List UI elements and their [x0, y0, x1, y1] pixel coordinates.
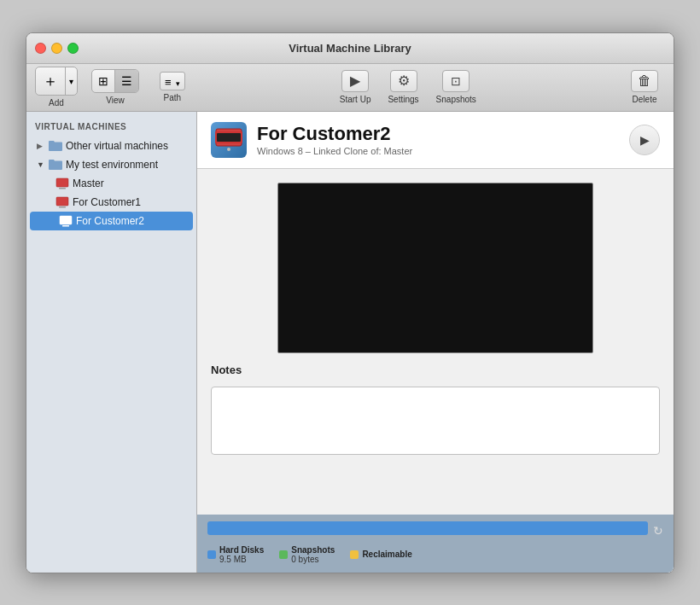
detail-pane: For Customer2 Windows 8 – Linked Clone o…: [197, 112, 674, 573]
window-title: Virtual Machine Library: [289, 42, 411, 55]
settings-button[interactable]: ⚙ Settings: [381, 67, 425, 108]
trash-icon: 🗑: [631, 70, 658, 92]
add-label: Add: [49, 98, 64, 108]
svg-rect-4: [60, 216, 72, 224]
sidebar-item-other-vms-label: Other virtual machines: [66, 140, 190, 152]
sidebar-item-customer1-label: For Customer1: [73, 196, 190, 208]
vm-icon-customer2: [59, 214, 73, 228]
plus-icon: ＋: [43, 73, 58, 90]
sidebar-section-header: Virtual Machines: [26, 119, 196, 137]
sidebar-item-other-vms[interactable]: ▶ Other virtual machines: [26, 137, 196, 155]
path-dropdown-icon: ▾: [176, 79, 180, 88]
hard-disks-value: 9.5 MB: [219, 555, 264, 564]
settings-icon: ⚙: [390, 70, 417, 92]
vm-icon-customer1: [55, 195, 69, 209]
vm-screenshot-area: Notes: [197, 169, 674, 515]
snapshots-text: Snapshots 0 bytes: [291, 545, 335, 564]
reclaimable-dot: [350, 550, 359, 559]
reclaimable-label: Reclaimable: [362, 550, 411, 559]
folder-icon-other-vms: [49, 139, 62, 153]
hard-disks-dot: [207, 550, 216, 559]
view-label: View: [106, 96, 125, 105]
path-button[interactable]: ≡ ▾ Path: [153, 68, 192, 106]
legend-reclaimable: Reclaimable: [350, 545, 411, 564]
maximize-button[interactable]: [67, 43, 79, 54]
chevron-down-icon: ▾: [69, 77, 73, 86]
add-split-button[interactable]: ＋ ▾: [35, 67, 78, 96]
svg-rect-1: [59, 188, 66, 189]
startup-label: Start Up: [340, 95, 371, 104]
delete-label: Delete: [633, 95, 657, 104]
sidebar-item-customer1[interactable]: ▶ For Customer1: [26, 193, 196, 212]
storage-legend: Hard Disks 9.5 MB Snapshots 0 bytes: [207, 545, 663, 564]
vm-icon-master: [55, 177, 69, 190]
vm-screenshot: [277, 183, 593, 353]
add-button-group: ＋ ▾ Add: [35, 67, 78, 108]
vm-play-button[interactable]: ▶: [629, 125, 660, 155]
grid-view-icon[interactable]: ⊞: [92, 70, 115, 92]
vm-subtitle: Windows 8 – Linked Clone of: Master: [257, 146, 619, 156]
notes-label: Notes: [211, 364, 660, 376]
storage-bar: [207, 521, 648, 535]
snapshots-icon: ⊡: [442, 70, 470, 92]
play-icon: ▶: [341, 70, 369, 92]
path-lines-icon: ≡: [165, 76, 172, 89]
hard-disks-label: Hard Disks: [219, 545, 264, 555]
svg-rect-3: [59, 207, 66, 208]
path-icon: ≡ ▾: [160, 72, 185, 90]
sidebar-item-master-label: Master: [73, 177, 190, 189]
legend-hard-disks: Hard Disks 9.5 MB: [207, 545, 264, 564]
close-button[interactable]: [35, 43, 46, 54]
disclosure-icon-other-vms: ▶: [37, 142, 45, 150]
svg-rect-8: [217, 133, 241, 142]
folder-icon-my-test-env: [49, 158, 62, 172]
add-main-button[interactable]: ＋: [36, 67, 66, 95]
main-window: Virtual Machine Library ＋ ▾ Add ⊞ ☰ View: [26, 32, 674, 573]
sidebar: Virtual Machines ▶ Other virtual machine…: [26, 112, 197, 573]
sidebar-item-master[interactable]: ▶ Master: [26, 174, 196, 193]
window-controls: [35, 43, 79, 54]
svg-rect-0: [56, 178, 68, 187]
minimize-button[interactable]: [51, 43, 62, 54]
refresh-button[interactable]: ↻: [653, 523, 663, 538]
snapshots-button[interactable]: ⊡ Snapshots: [429, 67, 483, 108]
snapshots-label: Snapshots: [436, 95, 476, 104]
disclosure-icon-my-test-env: ▼: [37, 160, 45, 169]
svg-rect-5: [62, 225, 69, 227]
sidebar-item-my-test-env[interactable]: ▼ My test environment: [26, 155, 196, 174]
sidebar-item-my-test-env-label: My test environment: [66, 159, 190, 171]
snapshots-legend-value: 0 bytes: [291, 555, 335, 564]
vm-icon-detail: [211, 122, 247, 158]
main-content: Virtual Machines ▶ Other virtual machine…: [26, 112, 674, 573]
path-label: Path: [164, 93, 182, 102]
sidebar-item-customer2-label: For Customer2: [76, 215, 186, 227]
startup-button[interactable]: ▶ Start Up: [333, 67, 378, 108]
add-dropdown-button[interactable]: ▾: [66, 73, 77, 90]
snapshots-legend-label: Snapshots: [291, 545, 335, 555]
storage-bar-area: ↻ Hard Disks 9.5 MB Snapshots: [197, 515, 674, 573]
settings-label: Settings: [388, 95, 418, 104]
vm-title-area: For Customer2 Windows 8 – Linked Clone o…: [257, 123, 619, 156]
sidebar-item-customer2[interactable]: ▶ For Customer2: [30, 212, 193, 230]
list-view-icon[interactable]: ☰: [115, 70, 138, 92]
toolbar: ＋ ▾ Add ⊞ ☰ View ≡ ▾ Path: [26, 64, 674, 112]
hard-disks-text: Hard Disks 9.5 MB: [219, 545, 264, 564]
view-toggle[interactable]: ⊞ ☰: [91, 69, 139, 93]
delete-button[interactable]: 🗑 Delete: [624, 67, 665, 108]
notes-box[interactable]: [211, 387, 660, 455]
svg-rect-2: [56, 197, 68, 206]
vm-header: For Customer2 Windows 8 – Linked Clone o…: [197, 112, 674, 169]
refresh-icon: ↻: [653, 524, 663, 538]
title-bar: Virtual Machine Library: [26, 33, 674, 64]
vm-name: For Customer2: [257, 123, 619, 145]
view-button-group: ⊞ ☰ View: [91, 69, 139, 105]
snapshots-dot: [279, 550, 288, 559]
legend-snapshots: Snapshots 0 bytes: [279, 545, 335, 564]
reclaimable-text: Reclaimable: [362, 550, 411, 559]
svg-point-9: [227, 148, 230, 151]
